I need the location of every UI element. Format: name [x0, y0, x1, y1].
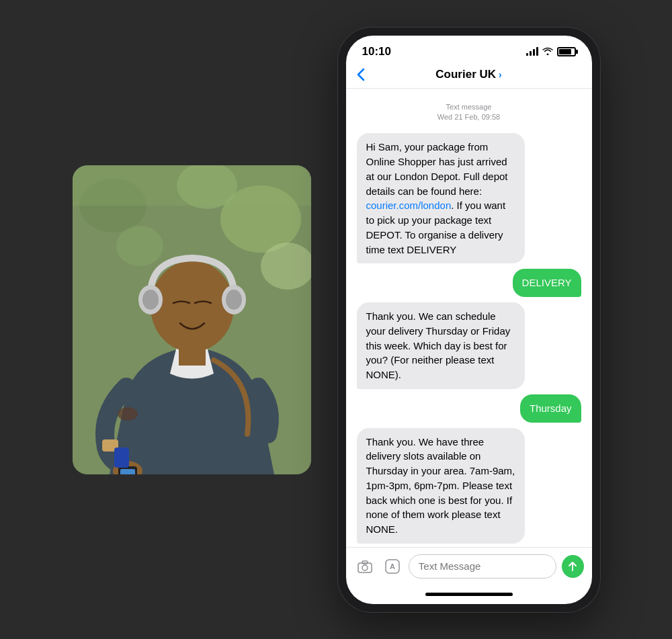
home-indicator — [346, 585, 592, 604]
svg-rect-17 — [114, 448, 129, 468]
status-time: 10:10 — [362, 45, 391, 58]
svg-rect-20 — [358, 563, 372, 572]
signal-icon — [526, 48, 538, 56]
message-input[interactable] — [409, 554, 556, 579]
svg-point-12 — [226, 290, 242, 310]
svg-rect-15 — [120, 469, 135, 474]
message-bubble: Thank you. We have three delivery slots … — [357, 428, 526, 544]
camera-button[interactable] — [354, 555, 376, 578]
message-bubble: Hi Sam, your package from Online Shopper… — [357, 133, 526, 263]
svg-point-21 — [362, 565, 368, 570]
battery-icon — [557, 47, 576, 56]
send-button[interactable] — [562, 555, 584, 578]
svg-text:A: A — [390, 562, 395, 570]
contact-name[interactable]: Courier UK › — [435, 68, 501, 81]
phone-frame: 10:10 — [338, 28, 600, 612]
svg-point-11 — [142, 290, 159, 310]
wifi-icon — [542, 46, 553, 57]
status-icons — [526, 46, 576, 57]
svg-point-4 — [116, 226, 163, 266]
back-button[interactable] — [357, 68, 365, 81]
input-bar: A — [346, 547, 592, 585]
svg-rect-8 — [179, 345, 206, 366]
status-bar: 10:10 — [346, 36, 592, 64]
hero-photo — [73, 165, 311, 474]
message-bubble: Thursday — [520, 394, 581, 423]
contact-chevron-icon: › — [499, 69, 502, 80]
home-bar — [425, 593, 513, 596]
nav-bar: Courier UK › — [346, 64, 592, 89]
message-bubble: DELIVERY — [513, 269, 581, 297]
messages-area[interactable]: Text message Wed 21 Feb, 09:58 Hi Sam, y… — [346, 89, 592, 547]
depot-link[interactable]: courier.com/london — [366, 200, 452, 211]
phone-screen: 10:10 — [346, 36, 592, 604]
svg-point-18 — [118, 407, 138, 421]
svg-point-7 — [151, 261, 234, 352]
message-bubble: Thank you. We can schedule your delivery… — [357, 302, 526, 389]
app-store-button[interactable]: A — [381, 555, 403, 578]
svg-rect-22 — [362, 561, 368, 564]
timestamp-label: Text message Wed 21 Feb, 09:58 — [357, 102, 581, 123]
svg-rect-19 — [73, 165, 311, 206]
